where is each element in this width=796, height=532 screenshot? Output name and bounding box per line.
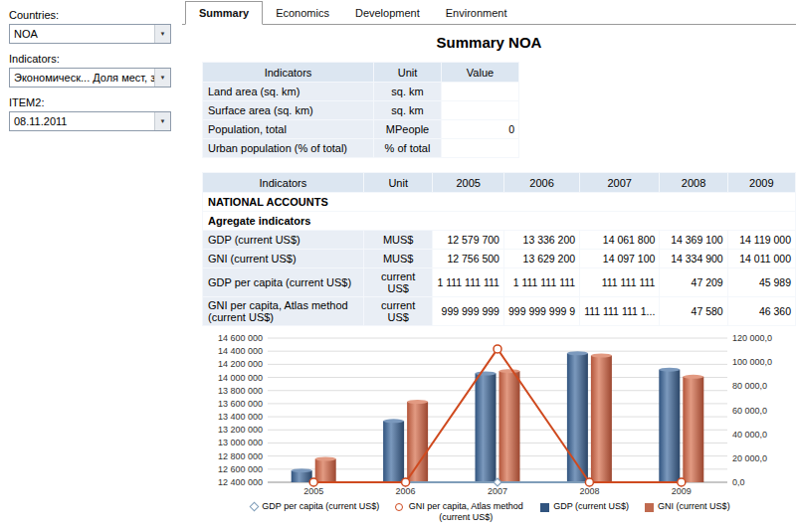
table-cell: 1 111 111 111 [433,268,503,297]
indicators-select[interactable]: Экономическ... Доля мест, з... (1374) ▼ [9,68,171,88]
table-cell: 47 209 [660,268,727,297]
diamond-marker-icon [250,502,260,512]
svg-text:0,0: 0,0 [732,477,745,487]
svg-text:2008: 2008 [579,486,599,496]
legend-item[interactable]: GNI per capita, Atlas method (current US… [395,501,524,523]
column-header: 2009 [727,173,795,193]
table-cell [442,101,519,120]
column-header: Indicators [203,63,374,83]
table-cell [442,139,519,158]
chart-legend: GDP per capita (current US$)GNI per capi… [196,501,785,523]
column-header: Unit [363,173,433,193]
svg-text:100 000,0: 100 000,0 [732,357,772,367]
svg-text:20 000,0: 20 000,0 [732,453,767,463]
tab-development[interactable]: Development [342,2,433,24]
column-header: Unit [374,63,442,83]
table-cell: Land area (sq. km) [203,83,374,101]
table-row: Urban population (% of total)% of total [203,139,519,158]
table-row: Agregate indicators [203,212,796,231]
tab-summary[interactable]: Summary [185,1,263,25]
svg-text:80 000,0: 80 000,0 [732,381,767,391]
legend-label: GNI (current US$) [658,501,730,512]
svg-text:12 600 000: 12 600 000 [218,464,263,474]
table-cell: sq. km [374,83,442,101]
table-cell: current US$ [363,297,433,326]
table-row: Population, totalMPeople0 [203,120,519,139]
svg-text:14 000 000: 14 000 000 [218,373,263,383]
table-row: NATIONAL ACCOUNTS [203,193,796,212]
svg-text:2006: 2006 [396,486,416,496]
indicators-select-value: Экономическ... Доля мест, з... (1374) [14,72,154,84]
countries-label: Countries: [9,9,173,21]
tab-strip: Summary Economics Development Environmen… [182,0,796,25]
table-cell: 45 989 [727,268,795,297]
table-cell: 0 [442,120,519,139]
dropdown-arrow-icon: ▼ [154,69,170,87]
countries-select[interactable]: NOA ▼ [9,24,171,44]
table-cell: GDP per capita (current US$) [203,268,364,297]
svg-text:14 400 000: 14 400 000 [218,346,263,356]
column-header: Indicators [203,173,364,193]
table-cell: 14 097 100 [580,250,660,268]
table-cell: MPeople [374,120,442,139]
column-header: Value [442,63,519,83]
countries-select-value: NOA [14,28,154,40]
item2-label: ITEM2: [9,96,173,108]
table-row: GNI per capita, Atlas method (current US… [203,297,796,326]
svg-text:40 000,0: 40 000,0 [732,430,767,440]
svg-text:14 200 000: 14 200 000 [218,359,263,369]
column-header: 2005 [433,173,503,193]
table-cell: GDP (current US$) [203,231,364,250]
table-cell: Surface area (sq. km) [203,101,374,120]
table-row: Surface area (sq. km)sq. km [203,101,519,120]
svg-text:2007: 2007 [488,486,507,496]
table-row: GDP (current US$)MUS$12 579 70013 336 20… [203,231,796,250]
dropdown-arrow-icon: ▼ [154,112,170,130]
table-cell: % of total [374,139,442,158]
item2-select[interactable]: 08.11.2011 ▼ [9,111,171,131]
table-cell: Population, total [203,120,374,139]
svg-text:12 400 000: 12 400 000 [218,477,263,487]
table-row: Land area (sq. km)sq. km [203,83,519,101]
tab-economics[interactable]: Economics [263,2,342,24]
svg-text:60 000,0: 60 000,0 [732,406,767,416]
svg-text:13 400 000: 13 400 000 [218,412,263,422]
table-row: GNI (current US$)MUS$12 756 50013 629 20… [203,250,796,268]
square-marker-icon [645,503,654,512]
summary-chart: 12 400 00012 600 00012 800 00013 000 000… [196,332,785,496]
legend-item[interactable]: GNI (current US$) [645,501,730,512]
table-cell: Agregate indicators [203,212,796,231]
svg-text:13 800 000: 13 800 000 [218,386,263,396]
tab-environment[interactable]: Environment [433,2,520,24]
legend-item[interactable]: GDP per capita (current US$) [251,501,379,512]
table-cell: GNI per capita, Atlas method (current US… [203,297,364,326]
table-cell: 999 999 999 9 [503,297,579,326]
legend-item[interactable]: GDP (current US$) [540,501,629,512]
indicators-label: Indicators: [9,53,173,65]
svg-text:120 000,0: 120 000,0 [732,333,772,343]
table-cell: GNI (current US$) [203,250,364,268]
table-cell: 14 369 100 [660,231,727,250]
svg-text:13 000 000: 13 000 000 [218,438,263,447]
table-cell: 13 336 200 [503,231,579,250]
table-cell: 1 111 111 111 [503,268,579,297]
app-window: Countries: NOA ▼ Indicators: Экономическ… [0,0,796,532]
circle-marker-icon [395,503,403,511]
column-header: 2007 [580,173,660,193]
sidebar: Countries: NOA ▼ Indicators: Экономическ… [0,0,182,532]
svg-text:2009: 2009 [672,486,692,496]
dropdown-arrow-icon: ▼ [154,25,170,43]
legend-label: GDP (current US$) [553,501,629,512]
table-cell: MUS$ [363,250,433,268]
svg-text:13 200 000: 13 200 000 [218,425,263,435]
column-header: 2006 [503,173,579,193]
page-title: Summary NOA [182,34,796,51]
svg-text:13 600 000: 13 600 000 [218,399,263,409]
indicator-years-table: IndicatorsUnit20052006200720082009NATION… [202,172,796,326]
table-cell: 111 111 111 1... [580,297,660,326]
main-content: Summary Economics Development Environmen… [182,0,796,532]
table-cell: 999 999 999 [433,297,503,326]
square-marker-icon [540,503,549,512]
column-header: 2008 [660,173,727,193]
table-cell: 46 360 [727,297,795,326]
